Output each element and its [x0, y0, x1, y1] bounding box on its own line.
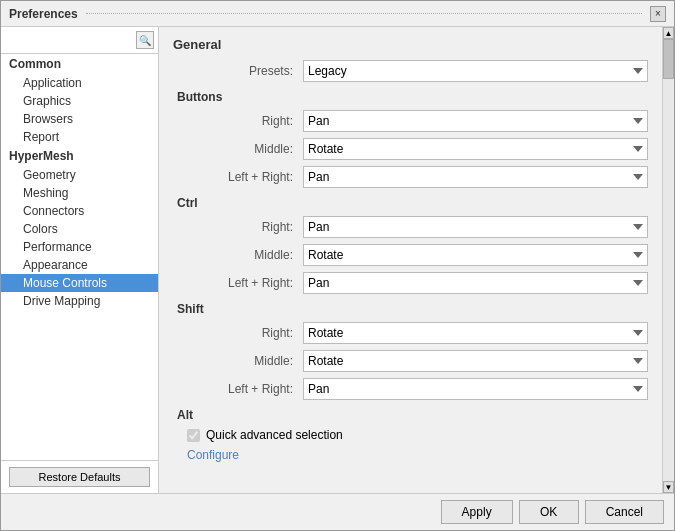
- ctrl-leftright-select[interactable]: PanRotateZoomNone: [303, 272, 648, 294]
- title-bar-dots: [86, 13, 642, 14]
- buttons-middle-label: Middle:: [173, 142, 303, 156]
- ctrl-right-select[interactable]: PanRotateZoomNone: [303, 216, 648, 238]
- close-button[interactable]: ×: [650, 6, 666, 22]
- shift-middle-label: Middle:: [173, 354, 303, 368]
- shift-right-select[interactable]: RotatePanZoomNone: [303, 322, 648, 344]
- sidebar-item-browsers[interactable]: Browsers: [1, 110, 158, 128]
- sidebar-item-drive-mapping[interactable]: Drive Mapping: [1, 292, 158, 310]
- sidebar-item-application[interactable]: Application: [1, 74, 158, 92]
- buttons-leftright-label: Left + Right:: [173, 170, 303, 184]
- shift-middle-select[interactable]: RotatePanZoomNone: [303, 350, 648, 372]
- preferences-dialog: Preferences × 🔍 Common Application Graph…: [0, 0, 675, 531]
- buttons-middle-row: Middle: RotatePanZoomNone: [173, 138, 648, 160]
- buttons-right-row: Right: PanRotateZoomNone: [173, 110, 648, 132]
- general-section-title: General: [173, 37, 648, 52]
- shift-leftright-label: Left + Right:: [173, 382, 303, 396]
- presets-select[interactable]: Legacy Default Custom: [303, 60, 648, 82]
- sidebar-item-connectors[interactable]: Connectors: [1, 202, 158, 220]
- content-area: General Presets: Legacy Default Custom B…: [159, 27, 662, 493]
- configure-link[interactable]: Configure: [173, 448, 239, 462]
- ctrl-leftright-row: Left + Right: PanRotateZoomNone: [173, 272, 648, 294]
- buttons-right-label: Right:: [173, 114, 303, 128]
- presets-row: Presets: Legacy Default Custom: [173, 60, 648, 82]
- restore-defaults-button[interactable]: Restore Defaults: [9, 467, 150, 487]
- shift-leftright-row: Left + Right: PanRotateZoomNone: [173, 378, 648, 400]
- sidebar-group-hypermesh: HyperMesh: [1, 146, 158, 166]
- dialog-footer: Apply OK Cancel: [1, 493, 674, 530]
- dialog-title: Preferences: [9, 7, 78, 21]
- presets-label: Presets:: [173, 64, 303, 78]
- sidebar-tree: Common Application Graphics Browsers Rep…: [1, 54, 158, 460]
- sidebar-item-appearance[interactable]: Appearance: [1, 256, 158, 274]
- content-scroll: General Presets: Legacy Default Custom B…: [159, 27, 662, 493]
- scroll-down-arrow[interactable]: ▼: [663, 481, 674, 493]
- scrollbar: ▲ ▼: [662, 27, 674, 493]
- sidebar-item-report[interactable]: Report: [1, 128, 158, 146]
- ctrl-leftright-label: Left + Right:: [173, 276, 303, 290]
- buttons-leftright-row: Left + Right: PanRotateZoomNone: [173, 166, 648, 188]
- cancel-button[interactable]: Cancel: [585, 500, 664, 524]
- quick-advanced-row: Quick advanced selection: [173, 428, 648, 442]
- ctrl-section-title: Ctrl: [173, 196, 648, 210]
- shift-right-row: Right: RotatePanZoomNone: [173, 322, 648, 344]
- sidebar-group-common: Common: [1, 54, 158, 74]
- ctrl-right-label: Right:: [173, 220, 303, 234]
- sidebar-item-geometry[interactable]: Geometry: [1, 166, 158, 184]
- scroll-up-arrow[interactable]: ▲: [663, 27, 674, 39]
- sidebar-item-mouse-controls[interactable]: Mouse Controls: [1, 274, 158, 292]
- sidebar-item-colors[interactable]: Colors: [1, 220, 158, 238]
- shift-right-label: Right:: [173, 326, 303, 340]
- quick-advanced-checkbox[interactable]: [187, 429, 200, 442]
- sidebar-search-area: 🔍: [1, 27, 158, 54]
- sidebar: 🔍 Common Application Graphics Browsers R…: [1, 27, 159, 493]
- main-content: 🔍 Common Application Graphics Browsers R…: [1, 27, 674, 493]
- ctrl-middle-label: Middle:: [173, 248, 303, 262]
- shift-section-title: Shift: [173, 302, 648, 316]
- ok-button[interactable]: OK: [519, 500, 579, 524]
- buttons-right-select[interactable]: PanRotateZoomNone: [303, 110, 648, 132]
- quick-advanced-label: Quick advanced selection: [206, 428, 343, 442]
- shift-middle-row: Middle: RotatePanZoomNone: [173, 350, 648, 372]
- sidebar-item-performance[interactable]: Performance: [1, 238, 158, 256]
- search-icon[interactable]: 🔍: [136, 31, 154, 49]
- sidebar-footer: Restore Defaults: [1, 460, 158, 493]
- ctrl-middle-row: Middle: RotatePanZoomNone: [173, 244, 648, 266]
- title-bar: Preferences ×: [1, 1, 674, 27]
- ctrl-right-row: Right: PanRotateZoomNone: [173, 216, 648, 238]
- alt-section-title: Alt: [173, 408, 648, 422]
- sidebar-item-meshing[interactable]: Meshing: [1, 184, 158, 202]
- buttons-section-title: Buttons: [173, 90, 648, 104]
- buttons-middle-select[interactable]: RotatePanZoomNone: [303, 138, 648, 160]
- scroll-thumb[interactable]: [663, 39, 674, 79]
- shift-leftright-select[interactable]: PanRotateZoomNone: [303, 378, 648, 400]
- content-with-scrollbar: General Presets: Legacy Default Custom B…: [159, 27, 674, 493]
- apply-button[interactable]: Apply: [441, 500, 513, 524]
- sidebar-item-graphics[interactable]: Graphics: [1, 92, 158, 110]
- buttons-leftright-select[interactable]: PanRotateZoomNone: [303, 166, 648, 188]
- ctrl-middle-select[interactable]: RotatePanZoomNone: [303, 244, 648, 266]
- scroll-track-area: [663, 39, 674, 481]
